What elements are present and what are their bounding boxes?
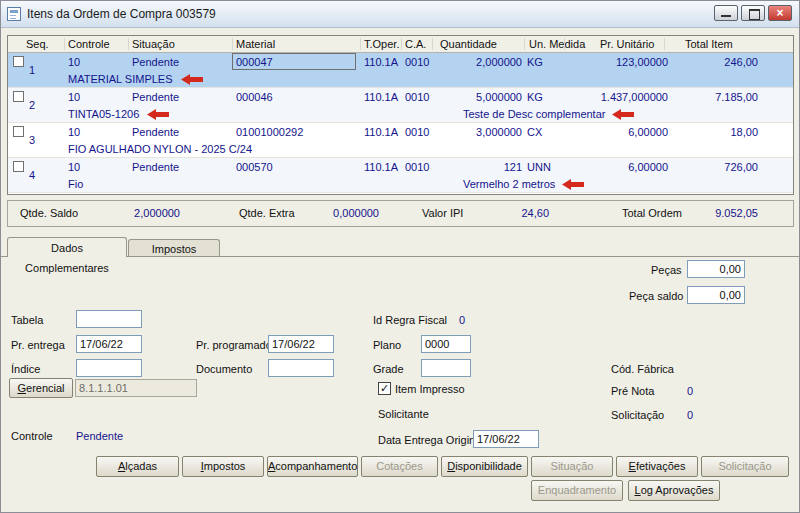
alcadas-button[interactable]: Alçadas (96, 456, 179, 477)
plano-label: Plano (373, 339, 401, 351)
item-impresso-checkbox[interactable]: ✓ (378, 382, 391, 395)
grid-row-4[interactable]: 4 10 Pendente 000570 110.1A 0010 121 UNN… (8, 158, 793, 193)
cotacoes-button: Cotações (361, 456, 438, 477)
impostos-button[interactable]: Impostos (182, 456, 264, 477)
cell-observacao: Vermelho 2 metros (463, 177, 584, 192)
column-header-quantidade: Quantidade (440, 38, 497, 50)
title-bar: Itens da Ordem de Compra 003579 (1, 1, 799, 28)
column-header-controle: Controle (68, 38, 110, 50)
plano-input[interactable] (421, 335, 471, 353)
controle-value: Pendente (76, 430, 123, 442)
cell-controle: 10 (68, 90, 80, 105)
cell-material: 000570 (236, 160, 273, 175)
column-separator (360, 38, 361, 50)
cell-total-item: 726,00 (668, 160, 758, 175)
annotation-arrow-icon (612, 109, 634, 120)
log-aprovacoes-button[interactable]: Log Aprovações (628, 480, 720, 501)
column-separator (232, 38, 233, 50)
grid-row-3[interactable]: 3 10 Pendente 01001000292 110.1A 0010 3,… (8, 123, 793, 158)
cell-controle: 10 (68, 55, 80, 70)
column-header-material: Material (236, 38, 275, 50)
annotation-arrow-icon (562, 179, 584, 190)
cell-situacao: Pendente (132, 90, 179, 105)
disponibilidade-button[interactable]: Disponibilidade (441, 456, 528, 477)
minimize-button[interactable] (714, 5, 738, 21)
window-title: Itens da Ordem de Compra 003579 (27, 7, 216, 21)
documento-label: Documento (196, 363, 252, 375)
tab-impostos[interactable]: Impostos (128, 239, 220, 257)
cell-descricao: TINTA05-1206 (68, 107, 169, 122)
items-grid: Seq. Controle Situação Material T.Oper. … (7, 35, 794, 195)
cell-un-medida: UNN (527, 160, 551, 175)
solicitacao-button: Solicitação (701, 456, 789, 477)
peca-saldo-input[interactable] (687, 286, 745, 304)
cell-pr-unitario: 1.437,000000 (568, 90, 668, 105)
pr-programado-input[interactable] (268, 335, 334, 353)
cell-seq: 4 (20, 158, 44, 193)
tabela-label: Tabela (11, 314, 43, 326)
id-regra-fiscal-label: Id Regra Fiscal (373, 314, 447, 326)
cell-total-item: 246,00 (668, 55, 758, 70)
enquadramento-button: Enquadramento (531, 480, 623, 501)
qtde-saldo-label: Qtde. Saldo (20, 207, 78, 219)
column-header-seq: Seq. (26, 38, 49, 50)
cell-ca: 0010 (405, 125, 429, 140)
grid-body: 1 10 Pendente 000047 110.1A 0010 2,00000… (8, 53, 793, 194)
window-icon (7, 7, 21, 21)
tabela-input[interactable] (76, 310, 142, 328)
efetivacoes-button[interactable]: Efetivações (616, 456, 698, 477)
cell-situacao: Pendente (132, 125, 179, 140)
gerencial-input (75, 379, 197, 397)
data-entrega-original-input[interactable] (473, 430, 539, 448)
maximize-icon (742, 6, 764, 20)
column-separator (564, 38, 565, 50)
cell-material: 000047 (236, 55, 273, 70)
pre-nota-value: 0 (687, 385, 693, 397)
qtde-extra-value: 0,000000 (299, 207, 379, 219)
cell-material: 01001000292 (236, 125, 303, 140)
item-impresso-label: Item Impresso (395, 383, 465, 395)
cell-ca: 0010 (405, 55, 429, 70)
cell-pr-unitario: 6,00000 (568, 160, 668, 175)
grade-input[interactable] (421, 359, 471, 377)
gerencial-button[interactable]: Gerencial (9, 378, 73, 398)
cell-observacao: Teste de Desc complementar (463, 107, 634, 122)
tab-dados-complementares[interactable]: Dados Complementares (7, 237, 127, 257)
cell-pr-unitario: 123,00000 (568, 55, 668, 70)
cell-seq: 2 (20, 88, 44, 123)
pre-nota-label: Pré Nota (611, 385, 654, 397)
acompanhamento-button[interactable]: Acompanhamento (267, 456, 358, 477)
cell-toper: 110.1A (364, 160, 398, 175)
cell-ca: 0010 (405, 160, 429, 175)
grid-row-1[interactable]: 1 10 Pendente 000047 110.1A 0010 2,00000… (8, 53, 793, 88)
grid-row-2[interactable]: 2 10 Pendente 000046 110.1A 0010 5,00000… (8, 88, 793, 123)
pecas-input[interactable] (687, 260, 745, 278)
total-ordem-label: Total Ordem (622, 207, 682, 219)
maximize-button[interactable] (741, 5, 765, 21)
cell-controle: 10 (68, 160, 80, 175)
column-header-situacao: Situação (132, 38, 175, 50)
column-separator (524, 38, 525, 50)
pr-entrega-input[interactable] (76, 335, 142, 353)
cell-situacao: Pendente (132, 55, 179, 70)
cell-un-medida: KG (527, 90, 543, 105)
indice-label: Índice (11, 363, 40, 375)
column-separator (401, 38, 402, 50)
grid-header: Seq. Controle Situação Material T.Oper. … (8, 36, 793, 53)
annotation-arrow-icon (181, 74, 203, 85)
documento-input[interactable] (268, 359, 334, 377)
controle-label: Controle (11, 430, 53, 442)
grade-label: Grade (373, 363, 404, 375)
qtde-saldo-value: 2,000000 (100, 207, 180, 219)
cod-fabrica-label: Cód. Fábrica (611, 363, 674, 375)
cell-total-item: 18,00 (668, 125, 758, 140)
close-button[interactable]: × (768, 5, 792, 21)
cell-quantidade: 121 (434, 160, 522, 175)
column-header-total-item: Total Item (685, 38, 733, 50)
pecas-label: Peças (651, 264, 682, 276)
totals-strip: Qtde. Saldo 2,000000 Qtde. Extra 0,00000… (7, 200, 794, 227)
cell-un-medida: CX (527, 125, 542, 140)
valor-ipi-value: 24,60 (469, 207, 549, 219)
indice-input[interactable] (76, 359, 142, 377)
column-header-ca: C.A. (405, 38, 426, 50)
